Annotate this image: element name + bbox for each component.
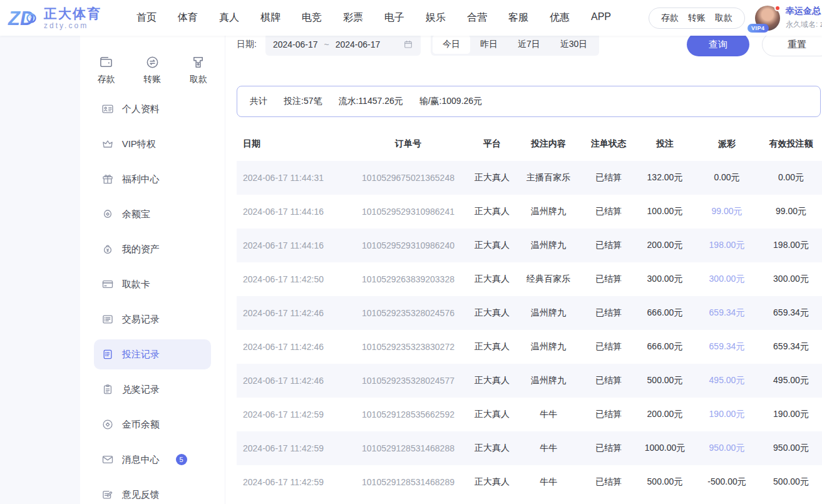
cell-status: 已结算 [581, 341, 636, 352]
cell-payout: 659.34元 [694, 341, 760, 352]
transfer-link[interactable]: 转账 [688, 13, 706, 24]
sidebar-deposit-button[interactable]: 存款 [98, 55, 115, 85]
sidebar-item-profile[interactable]: 个人资料 [94, 94, 211, 124]
summary-prefix: 共计 [250, 96, 267, 107]
sidebar-item-vip[interactable]: VIP特权 [94, 129, 211, 159]
cell-order: 1010529128531468289 [348, 477, 468, 487]
nav-item-live[interactable]: 真人 [219, 11, 239, 24]
nav-item-home[interactable]: 首页 [136, 11, 157, 24]
sidebar-item-feedback[interactable]: 意见反馈 [94, 480, 211, 504]
nav-item-sports[interactable]: 体育 [178, 11, 198, 24]
cell-date: 2024-06-17 11:42:46 [237, 342, 348, 352]
cell-bet: 300.00元 [636, 274, 694, 285]
sidebar-transfer-button[interactable]: 转账 [143, 55, 161, 85]
sidebar-item-label: 福利中心 [122, 173, 160, 185]
brand-logo[interactable]: ZD 正大体育 zdty.com [8, 4, 101, 32]
cell-valid: 198.00元 [760, 240, 822, 251]
cell-payout: 99.00元 [694, 206, 760, 217]
cell-payout: 0.00元 [694, 172, 760, 183]
cell-bet: 666.00元 [636, 307, 694, 319]
sidebar-item-bet-records[interactable]: 投注记录 [94, 339, 211, 369]
col-header-content: 投注内容 [516, 138, 581, 150]
nav-item-slots[interactable]: 电子 [384, 11, 404, 24]
cell-platform: 正大真人 [468, 476, 516, 488]
deposit-link[interactable]: 存款 [661, 13, 679, 24]
col-header-order: 订单号 [348, 138, 468, 150]
range-7days-button[interactable]: 近7日 [508, 35, 550, 54]
quick-label: 转账 [143, 74, 161, 85]
bank-card-icon [101, 278, 114, 291]
nav-item-app[interactable]: APP [591, 11, 611, 24]
search-button[interactable]: 查询 [687, 33, 749, 56]
nav-item-partner[interactable]: 合营 [467, 11, 487, 24]
header-right: 存款 转账 取款 VIP4 幸运金总 永久域名: z [649, 6, 822, 31]
date-label: 日期: [237, 39, 257, 50]
sidebar-item-transactions[interactable]: 交易记录 [94, 304, 211, 334]
range-yesterday-button[interactable]: 昨日 [470, 35, 508, 54]
cell-bet: 200.00元 [636, 409, 694, 420]
vip-badge: VIP4 [748, 24, 769, 33]
cell-date: 2024-06-17 11:44:16 [237, 207, 348, 217]
cell-status: 已结算 [581, 476, 636, 488]
cell-content: 主播百家乐 [516, 172, 581, 183]
summary-bet-count: 投注:57笔 [284, 96, 322, 107]
sidebar: 存款 转账 取款 个人资料 [80, 36, 225, 504]
nav-item-lottery[interactable]: 彩票 [343, 11, 363, 24]
cell-bet: 500.00元 [636, 375, 694, 386]
svg-text:ZD: ZD [8, 8, 34, 29]
table-row: 2024-06-17 11:42:59 1010529128531468288 … [237, 431, 822, 465]
sidebar-item-label: 消息中心 [122, 454, 160, 466]
cell-date: 2024-06-17 11:44:31 [237, 173, 348, 183]
quick-label: 存款 [98, 74, 115, 85]
range-today-button[interactable]: 今日 [433, 35, 470, 54]
mail-icon [101, 453, 114, 466]
sidebar-item-assets[interactable]: 我的资产 [94, 234, 211, 264]
coin-purse-icon [101, 208, 114, 220]
cell-valid: 99.00元 [760, 206, 822, 217]
date-range-input[interactable]: 2024-06-17 ~ 2024-06-17 [265, 33, 421, 56]
quick-range-group: 今日 昨日 近7日 近30日 [431, 33, 599, 56]
cell-content: 温州牌九 [516, 240, 581, 251]
nav-item-chess[interactable]: 棋牌 [260, 11, 280, 24]
sidebar-withdraw-button[interactable]: 取款 [190, 55, 207, 85]
withdraw-link[interactable]: 取款 [715, 13, 732, 24]
notification-dot [774, 5, 781, 11]
nav-item-promo[interactable]: 优惠 [550, 11, 570, 24]
sidebar-item-gold-balance[interactable]: 金币余额 [94, 409, 211, 440]
cell-payout: 659.34元 [694, 307, 760, 319]
sidebar-item-welfare[interactable]: 福利中心 [94, 164, 211, 194]
cell-bet: 500.00元 [636, 476, 694, 488]
cell-bet: 200.00元 [636, 240, 694, 251]
cell-content: 温州牌九 [516, 307, 581, 319]
cell-date: 2024-06-17 11:42:46 [237, 376, 348, 386]
date-separator: ~ [324, 39, 329, 49]
cell-valid: 495.00元 [760, 375, 822, 386]
user-block[interactable]: VIP4 幸运金总 永久域名: z [755, 6, 822, 31]
brand-name: 正大体育 [44, 7, 101, 20]
nav-item-service[interactable]: 客服 [508, 11, 528, 24]
reset-button[interactable]: 重置 [762, 33, 822, 56]
col-header-bet: 投注 [636, 138, 694, 150]
sidebar-item-messages[interactable]: 消息中心 5 [94, 445, 211, 475]
nav-item-esports[interactable]: 电竞 [302, 11, 322, 24]
sidebar-item-label: 投注记录 [122, 349, 160, 361]
cell-platform: 正大真人 [468, 206, 516, 217]
range-30days-button[interactable]: 近30日 [550, 35, 598, 54]
cell-order: 1010529529310986241 [348, 207, 468, 217]
sidebar-item-label: 个人资料 [122, 103, 160, 115]
sidebar-item-prize-records[interactable]: 兑奖记录 [94, 374, 211, 404]
transfer-icon [145, 55, 160, 69]
table-row: 2024-06-17 11:44:31 1010529675021365248 … [237, 161, 822, 195]
nav-item-entertainment[interactable]: 娱乐 [426, 11, 446, 24]
cell-payout: -500.00元 [694, 476, 760, 488]
table-row: 2024-06-17 11:42:59 1010529128531468289 … [237, 465, 822, 499]
cell-date: 2024-06-17 11:42:46 [237, 308, 348, 318]
sidebar-item-withdraw-card[interactable]: 取款卡 [94, 269, 211, 299]
cell-platform: 正大真人 [468, 240, 516, 251]
sidebar-quick-actions: 存款 转账 取款 [80, 55, 225, 85]
quick-label: 取款 [190, 74, 207, 85]
cell-date: 2024-06-17 11:42:59 [237, 409, 348, 419]
sidebar-item-yuebao[interactable]: 余额宝 [94, 199, 211, 229]
bet-record-icon [101, 348, 114, 361]
cell-status: 已结算 [581, 443, 636, 454]
